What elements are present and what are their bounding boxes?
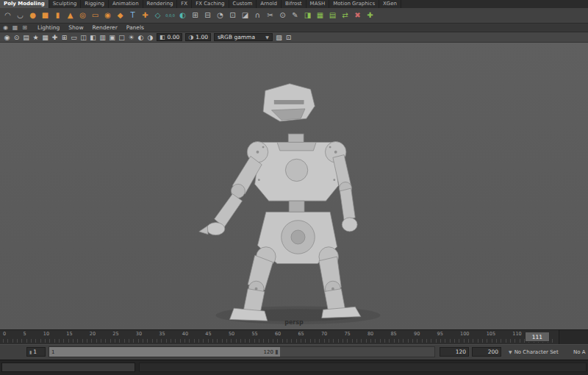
viewport[interactable]: persp	[0, 43, 588, 329]
screen-space-ao-icon[interactable]: ◑	[146, 33, 155, 42]
poly-plane-icon[interactable]: ▭	[90, 10, 101, 21]
tab-fx[interactable]: FX	[177, 0, 192, 8]
curve-tool-icon[interactable]: ◠	[2, 10, 13, 21]
exposure-field[interactable]: ◧ 0.00	[157, 33, 182, 41]
playback-start-label: 1	[51, 349, 54, 355]
command-line-input[interactable]	[1, 362, 135, 372]
panel-menus: LightingShowRendererPanels	[33, 24, 148, 31]
bridge-icon[interactable]: ∩	[252, 10, 263, 21]
soft-select-icon[interactable]: ◐	[177, 10, 188, 21]
chevron-down-icon: ▼	[265, 35, 269, 40]
gamma-value: 1.00	[196, 34, 208, 40]
poly-prism-icon[interactable]: ◆	[115, 10, 126, 21]
image-plane-icon[interactable]: ▦	[40, 33, 50, 42]
range-handle-icon[interactable]: ▮	[275, 349, 278, 355]
shadows-icon[interactable]: ◐	[136, 33, 146, 42]
tab-animation[interactable]: Animation	[109, 0, 143, 8]
tab-rendering[interactable]: Rendering	[143, 0, 178, 8]
field-chart-icon[interactable]: ▥	[98, 33, 107, 42]
gamma-icon: ◑	[188, 34, 193, 40]
tick-label: 5	[23, 331, 26, 337]
tab-fx-caching[interactable]: FX Caching	[192, 0, 229, 8]
panel-menu[interactable]: Panels	[122, 24, 148, 31]
quad-draw-icon[interactable]: ✎	[290, 10, 301, 21]
tick-label: 80	[368, 331, 373, 337]
target-weld-icon[interactable]: ⊙	[277, 10, 288, 21]
smooth-icon[interactable]: ◔	[215, 10, 226, 21]
layout-icon[interactable]: ▦	[11, 24, 19, 31]
time-slider[interactable]: 0510152025303540455055606570758085909510…	[0, 329, 588, 344]
isolate-select-icon[interactable]: ⊡	[284, 33, 293, 42]
maya-window: Poly ModelingSculptingRiggingAnimationRe…	[0, 0, 588, 375]
tick-label: 10	[43, 331, 49, 337]
playback-end-group: 120 ▮	[264, 349, 279, 355]
multi-cut-icon[interactable]: ✂	[265, 10, 276, 21]
extrude-icon[interactable]: ⊡	[227, 10, 238, 21]
select-camera-icon[interactable]: ◉	[2, 33, 12, 42]
bevel-icon[interactable]: ◪	[240, 10, 251, 21]
construction-plane-icon[interactable]: ◇	[152, 10, 163, 21]
poly-disc-icon[interactable]: ◉	[102, 10, 113, 21]
resolution-gate-icon[interactable]: ◫	[79, 33, 88, 42]
poly-sphere-icon[interactable]: ●	[27, 10, 38, 21]
lighting-icon[interactable]: ☀	[126, 33, 136, 42]
playback-range-slider[interactable]: 1 120 ▮	[49, 346, 435, 357]
poly-torus-icon[interactable]: ◎	[77, 10, 88, 21]
duplicate-icon[interactable]: ▦	[315, 10, 326, 21]
tab-poly-modeling[interactable]: Poly Modeling	[0, 0, 49, 8]
anim-layer-dropdown[interactable]: No A	[573, 347, 588, 357]
origin-locator-icon[interactable]: 0,0,0	[165, 10, 176, 21]
robot-model	[185, 81, 397, 325]
poly-cone-icon[interactable]: ▲	[65, 10, 76, 21]
cleanup-icon[interactable]: ✚	[365, 10, 376, 21]
character-set-dropdown[interactable]: ▼ No Character Set	[509, 347, 559, 357]
safe-action-icon[interactable]: ▣	[107, 33, 117, 42]
current-frame-indicator[interactable]: 111	[525, 332, 550, 342]
bookmark-icon[interactable]: ★	[31, 33, 40, 42]
tab-custom[interactable]: Custom	[229, 0, 257, 8]
playback-end-field[interactable]: 120	[440, 347, 469, 357]
gate-mask-icon[interactable]: ◧	[88, 33, 98, 42]
combine-icon[interactable]: ⊞	[190, 10, 201, 21]
surface-tool-icon[interactable]: ◡	[15, 10, 26, 21]
tab-mash[interactable]: MASH	[306, 0, 330, 8]
camera-label: persp	[0, 319, 588, 326]
lock-camera-icon[interactable]: ⊙	[12, 33, 21, 42]
poly-cube-icon[interactable]: ■	[40, 10, 51, 21]
tab-bifrost[interactable]: Bifrost	[282, 0, 306, 8]
anim-start-field[interactable]: ▮ 1	[26, 347, 46, 357]
gamma-field[interactable]: ◑ 1.00	[185, 33, 211, 41]
mirror-icon[interactable]: ◨	[302, 10, 313, 21]
tab-motion-graphics[interactable]: Motion Graphics	[329, 0, 379, 8]
film-gate-icon[interactable]: ▭	[69, 33, 79, 42]
tab-arnold[interactable]: Arnold	[257, 0, 282, 8]
snap-icon[interactable]: ⊞	[21, 24, 29, 31]
svg-tool-icon[interactable]: ✚	[140, 10, 151, 21]
timeline-right-cell	[559, 330, 588, 344]
pan-zoom-icon[interactable]: ✚	[50, 33, 60, 42]
tick-label: 100	[460, 331, 469, 337]
pin-panel-icon[interactable]: ◉	[1, 24, 10, 31]
boolean-difference-icon[interactable]: ✖	[352, 10, 363, 21]
tab-sculpting[interactable]: Sculpting	[49, 0, 82, 8]
separate-icon[interactable]: ⊟	[202, 10, 213, 21]
command-results[interactable]	[139, 362, 587, 372]
view-transform-dropdown[interactable]: sRGB gamma ▼	[214, 33, 273, 41]
safe-title-icon[interactable]: □	[117, 33, 126, 42]
anim-end-field[interactable]: 200	[472, 347, 501, 357]
anim-end-value: 200	[488, 349, 498, 355]
panel-menu[interactable]: Show	[64, 24, 87, 31]
transfer-attrs-icon[interactable]: ⇄	[340, 10, 351, 21]
camera-attributes-icon[interactable]: ▤	[21, 33, 31, 42]
tick-label: 95	[437, 331, 443, 337]
panel-menu[interactable]: Renderer	[88, 24, 122, 31]
panel-menu[interactable]: Lighting	[33, 24, 64, 31]
xray-icon[interactable]: ▨	[274, 33, 284, 42]
tab-xgen[interactable]: XGen	[379, 0, 401, 8]
poly-cylinder-icon[interactable]: ▮	[52, 10, 63, 21]
type-tool-icon[interactable]: T	[127, 10, 138, 21]
grid-icon[interactable]: ⊞	[60, 33, 69, 42]
instance-icon[interactable]: ▤	[327, 10, 338, 21]
tab-rigging[interactable]: Rigging	[81, 0, 109, 8]
playback-range[interactable]: 1 120 ▮	[49, 347, 280, 357]
